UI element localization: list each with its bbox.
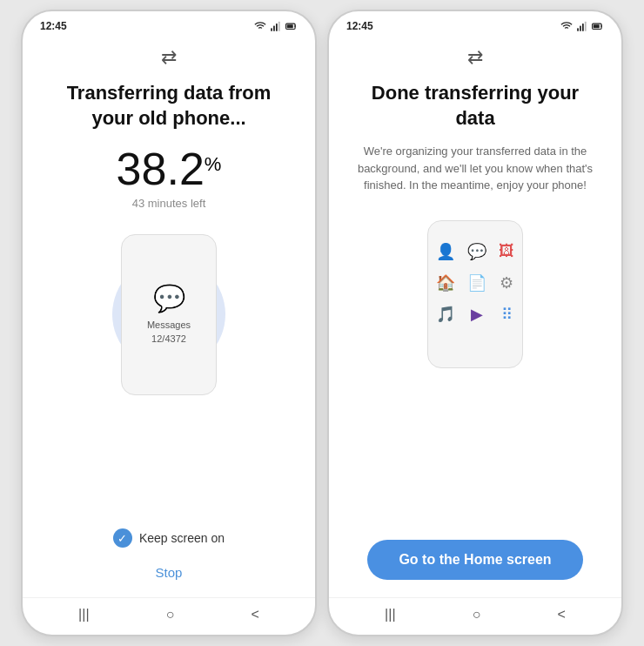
status-icons-right bbox=[560, 20, 604, 32]
svg-rect-3 bbox=[278, 22, 280, 31]
grid-files-icon: 📄 bbox=[467, 273, 486, 293]
menu-button-left[interactable]: ||| bbox=[78, 607, 89, 622]
svg-rect-11 bbox=[594, 24, 600, 28]
svg-rect-8 bbox=[582, 24, 584, 31]
percent-symbol: % bbox=[205, 153, 222, 176]
phone-illustration-right: 👤 💬 🖼 🏠 📄 ⚙ 🎵 ▶ ⠿ bbox=[406, 212, 545, 377]
check-circle: ✓ bbox=[113, 528, 132, 548]
signal-icon-right bbox=[576, 20, 588, 32]
status-icons-left bbox=[254, 20, 298, 32]
wifi-icon bbox=[254, 20, 266, 32]
transfer-icon-right: ⇄ bbox=[467, 46, 483, 69]
grid-music-icon: 🎵 bbox=[436, 305, 455, 324]
left-phone: 12:45 ⇄ Transferring data from your old … bbox=[21, 10, 317, 636]
home-grid: 👤 💬 🖼 🏠 📄 ⚙ 🎵 ▶ ⠿ bbox=[424, 230, 527, 336]
percent-value: 38.2 bbox=[117, 143, 205, 195]
app-name: Messages bbox=[147, 320, 191, 330]
menu-button-right[interactable]: ||| bbox=[385, 607, 395, 622]
stop-button[interactable]: Stop bbox=[156, 565, 183, 580]
mini-phone-left: 💬 Messages 12/4372 bbox=[121, 234, 217, 395]
svg-rect-7 bbox=[580, 25, 581, 30]
app-count: 12/4372 bbox=[151, 333, 186, 344]
signal-icon bbox=[270, 20, 282, 32]
time-left: 43 minutes left bbox=[132, 197, 206, 210]
go-home-button[interactable]: Go to the Home screen bbox=[367, 540, 582, 580]
nav-bar-left: ||| ○ < bbox=[23, 597, 315, 635]
back-button-right[interactable]: < bbox=[558, 607, 566, 622]
nav-bar-right: ||| ○ < bbox=[329, 597, 621, 635]
home-button-left[interactable]: ○ bbox=[166, 607, 175, 622]
transfer-title-left: Transferring data from your old phone... bbox=[44, 81, 294, 131]
grid-home-icon: 🏠 bbox=[436, 273, 455, 293]
done-subtitle: We're organizing your transferred data i… bbox=[350, 143, 600, 194]
back-button-left[interactable]: < bbox=[252, 607, 259, 622]
mini-phone-right: 👤 💬 🖼 🏠 📄 ⚙ 🎵 ▶ ⠿ bbox=[427, 220, 523, 368]
right-phone: 12:45 ⇄ Done transferring your data We'r… bbox=[327, 10, 623, 636]
keep-screen-row: ✓ Keep screen on bbox=[113, 528, 225, 548]
svg-rect-5 bbox=[287, 24, 293, 28]
grid-video-icon: ▶ bbox=[467, 305, 486, 324]
svg-rect-0 bbox=[271, 28, 272, 31]
grid-settings-icon: ⚙ bbox=[499, 273, 514, 293]
svg-rect-2 bbox=[276, 24, 278, 31]
grid-apps-icon: ⠿ bbox=[499, 305, 514, 324]
battery-icon bbox=[285, 20, 298, 32]
home-button-right[interactable]: ○ bbox=[473, 607, 481, 622]
svg-rect-9 bbox=[585, 22, 587, 31]
right-phone-content: ⇄ Done transferring your data We're orga… bbox=[329, 37, 621, 597]
grid-person-icon: 👤 bbox=[436, 242, 455, 261]
status-time-right: 12:45 bbox=[346, 20, 373, 32]
left-phone-content: ⇄ Transferring data from your old phone.… bbox=[23, 37, 315, 597]
keep-screen-label: Keep screen on bbox=[139, 531, 225, 545]
status-bar-left: 12:45 bbox=[23, 11, 315, 37]
app-label: Messages 12/4372 bbox=[147, 319, 191, 346]
svg-rect-1 bbox=[273, 25, 275, 30]
done-title: Done transferring your data bbox=[350, 81, 600, 131]
status-time-left: 12:45 bbox=[40, 20, 67, 32]
grid-messages-icon: 💬 bbox=[467, 242, 486, 261]
messages-icon: 💬 bbox=[153, 283, 185, 313]
transfer-icon-left: ⇄ bbox=[161, 46, 177, 69]
svg-rect-6 bbox=[577, 28, 579, 31]
status-bar-right: 12:45 bbox=[329, 11, 621, 37]
percent-display: 38.2 % bbox=[117, 143, 222, 195]
grid-photos-icon: 🖼 bbox=[499, 242, 514, 261]
battery-icon-right bbox=[592, 20, 604, 32]
wifi-icon-right bbox=[560, 20, 573, 32]
phone-illustration-left: 💬 Messages 12/4372 bbox=[99, 227, 238, 401]
